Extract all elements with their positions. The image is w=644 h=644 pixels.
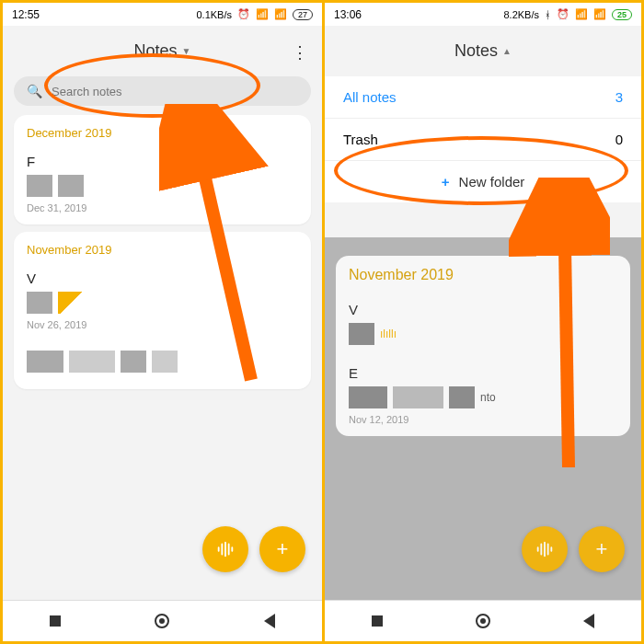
thumbnail xyxy=(58,292,84,314)
svg-line-0 xyxy=(191,118,251,380)
thumbnail xyxy=(349,386,387,408)
chevron-up-icon: ▲ xyxy=(502,46,512,56)
back-button[interactable] xyxy=(583,614,594,628)
thumbnail xyxy=(349,323,374,345)
more-icon[interactable]: ⋮ xyxy=(292,42,308,63)
add-note-button[interactable]: + xyxy=(579,526,625,572)
status-icons: 8.2KB/s ᚼ ⏰ 📶 📶 25 xyxy=(500,8,632,20)
thumbnail xyxy=(393,386,443,408)
thumbnail xyxy=(27,351,63,373)
voice-note-button[interactable] xyxy=(202,526,248,572)
signal-icon: 📶 xyxy=(575,8,588,20)
page-title: Notes xyxy=(454,41,498,61)
audio-wave-icon: ılıllı xyxy=(380,328,397,340)
alarm-icon: ⏰ xyxy=(237,8,250,20)
clock: 12:55 xyxy=(12,8,40,21)
thumbnail xyxy=(449,386,475,408)
android-nav-bar xyxy=(325,600,641,641)
alarm-icon: ⏰ xyxy=(557,8,569,20)
wifi-icon: 📶 xyxy=(593,8,606,20)
signal-icon: 📶 xyxy=(256,8,269,20)
battery-icon: 25 xyxy=(612,9,632,20)
thumbnail xyxy=(69,351,115,373)
recents-button[interactable] xyxy=(50,615,61,627)
status-bar: 13:06 8.2KB/s ᚼ ⏰ 📶 📶 25 xyxy=(325,3,641,26)
thumbnail xyxy=(121,351,146,373)
thumbnail xyxy=(27,175,52,197)
home-button[interactable] xyxy=(155,614,169,628)
thumbnail xyxy=(58,175,84,197)
svg-line-1 xyxy=(564,191,569,467)
home-button[interactable] xyxy=(476,614,490,628)
title-bar[interactable]: Notes ▲ xyxy=(325,26,641,76)
recents-button[interactable] xyxy=(372,615,383,627)
battery-icon: 27 xyxy=(293,9,313,20)
bluetooth-icon: ᚼ xyxy=(545,9,551,20)
status-icons: 0.1KB/s ⏰ 📶 📶 27 xyxy=(193,8,313,20)
annotation-arrow xyxy=(509,178,610,481)
thumbnail xyxy=(27,292,52,314)
wifi-icon: 📶 xyxy=(274,8,287,20)
android-nav-bar xyxy=(3,600,322,641)
folder-item-all[interactable]: All notes 3 xyxy=(325,76,641,118)
add-note-button[interactable]: + xyxy=(259,526,305,572)
search-icon: 🔍 xyxy=(27,84,42,98)
clock: 13:06 xyxy=(334,8,362,21)
voice-note-button[interactable] xyxy=(522,526,568,572)
annotation-arrow xyxy=(159,104,270,398)
back-button[interactable] xyxy=(264,614,275,628)
status-bar: 12:55 0.1KB/s ⏰ 📶 📶 27 xyxy=(3,3,322,26)
